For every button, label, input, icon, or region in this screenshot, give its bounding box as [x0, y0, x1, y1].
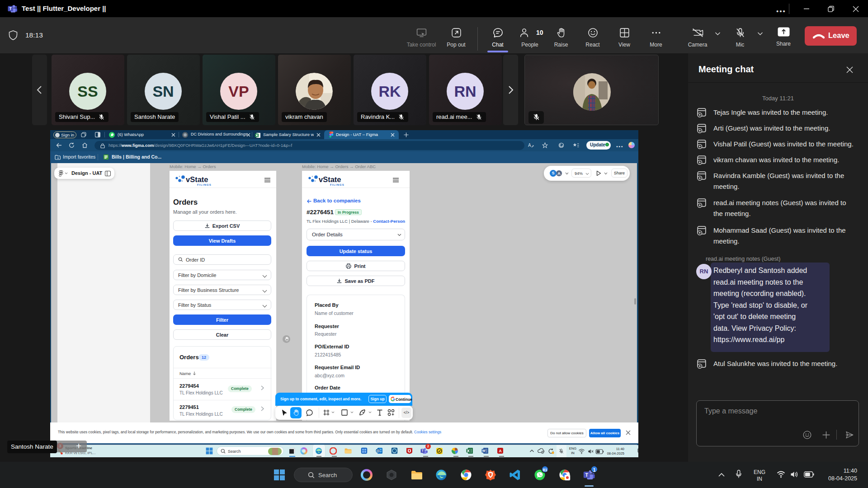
svg-text:T: T	[9, 6, 12, 11]
svg-text:A: A	[528, 143, 531, 148]
svg-text:T: T	[422, 449, 424, 452]
svg-text:T: T	[585, 472, 589, 478]
svg-text:FILINGS: FILINGS	[330, 183, 344, 186]
svg-text:A: A	[499, 449, 501, 453]
svg-text:vState: vState	[186, 175, 208, 183]
svg-text:FILINGS: FILINGS	[197, 183, 212, 186]
svg-text:W: W	[482, 449, 486, 453]
svg-text:O: O	[377, 449, 380, 453]
svg-text:vState: vState	[319, 175, 341, 183]
